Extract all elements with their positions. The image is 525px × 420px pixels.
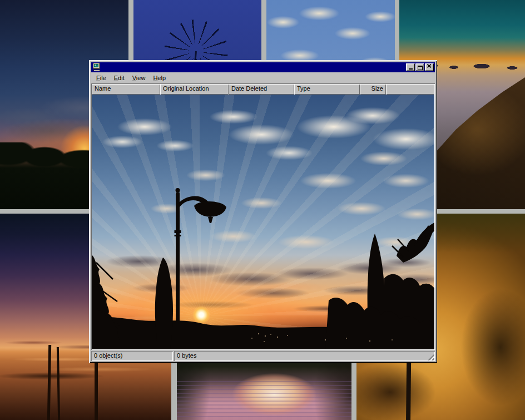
menu-file[interactable]: File	[92, 73, 110, 82]
sunset-streetlamp-photo[interactable]	[92, 95, 434, 349]
silhouettes	[92, 95, 434, 349]
blurred-foreground	[356, 353, 440, 420]
column-header-name[interactable]: Name	[92, 84, 160, 95]
column-header-size[interactable]: Size	[360, 84, 386, 95]
column-headers: Name Original Location Date Deleted Type…	[92, 84, 434, 95]
menu-view[interactable]: View	[128, 73, 150, 82]
column-header-empty[interactable]	[386, 84, 434, 95]
status-bar: 0 object(s) 0 bytes	[91, 351, 435, 361]
minimize-button[interactable]	[406, 63, 415, 71]
pole-silhouette	[57, 347, 60, 420]
close-button[interactable]	[425, 63, 434, 71]
pole-silhouette	[47, 345, 51, 420]
list-view: Name Original Location Date Deleted Type…	[91, 83, 435, 350]
minimize-icon	[409, 68, 413, 70]
menu-bar: File Edit View Help	[91, 72, 435, 83]
menu-edit[interactable]: Edit	[110, 73, 128, 82]
column-header-date-deleted[interactable]: Date Deleted	[229, 84, 294, 95]
column-header-type[interactable]: Type	[294, 84, 360, 95]
recycle-bin-window: File Edit View Help Name Original Locati…	[89, 60, 437, 363]
blurred-tree	[447, 264, 525, 420]
close-icon	[427, 61, 432, 70]
maximize-icon	[418, 66, 423, 70]
column-header-original-location[interactable]: Original Location	[160, 84, 229, 95]
maximize-button[interactable]	[415, 63, 424, 71]
resize-grip[interactable]	[428, 354, 434, 360]
water-ripples	[177, 381, 351, 420]
status-object-count: 0 object(s)	[91, 351, 173, 361]
status-size: 0 bytes	[174, 351, 435, 361]
desktop: File Edit View Help Name Original Locati…	[0, 0, 525, 420]
status-size-text: 0 bytes	[177, 352, 196, 359]
menu-help[interactable]: Help	[149, 73, 170, 82]
computer-icon	[92, 63, 101, 72]
titlebar[interactable]	[91, 62, 435, 72]
